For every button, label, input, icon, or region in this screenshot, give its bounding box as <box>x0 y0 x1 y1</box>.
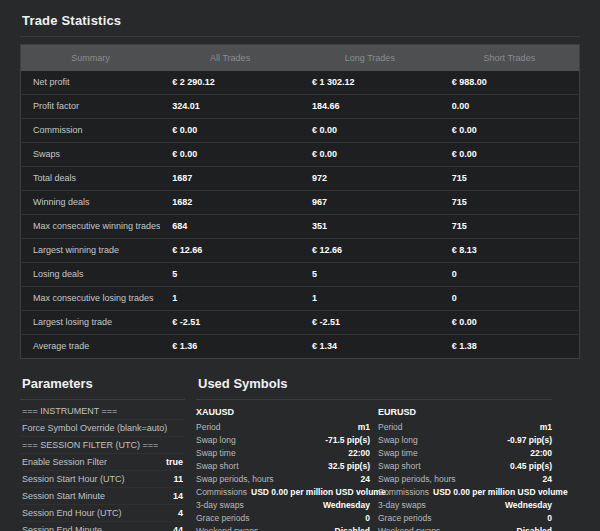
stat-value-short: 715 <box>440 214 580 238</box>
title-divider <box>20 36 580 37</box>
stat-value-short: 715 <box>440 190 580 214</box>
symbol-property-label: Grace periods <box>378 514 431 523</box>
symbol-property-row: Grace periods 0 <box>378 512 552 525</box>
parameter-row: Force Symbol Override (blank=auto) <box>20 420 185 437</box>
stat-value-all: 1 <box>160 286 300 310</box>
symbol-property-row: Weekend swaps Disabled <box>378 525 552 531</box>
parameter-row: === SESSION FILTER (UTC) === <box>20 437 185 454</box>
parameter-label: Force Symbol Override (blank=auto) <box>22 424 167 433</box>
stat-value-short: € 1.38 <box>440 334 580 358</box>
stat-value-all: 1682 <box>160 190 300 214</box>
report-page: Trade Statistics Summary All Trades Long… <box>0 0 600 531</box>
table-row: Total deals 1687 972 715 <box>21 166 580 190</box>
symbol-property-value: -71.5 pip(s) <box>325 436 370 445</box>
symbol-property-label: Swap time <box>378 449 418 458</box>
stat-value-long: € 0.00 <box>300 142 440 166</box>
stat-label: Profit factor <box>21 94 161 118</box>
parameter-row: Session Start Hour (UTC) 11 <box>20 471 185 488</box>
table-row: Average trade € 1.36 € 1.34 € 1.38 <box>21 334 580 358</box>
stat-value-short: € 0.00 <box>440 142 580 166</box>
table-row: Profit factor 324.01 184.66 0.00 <box>21 94 580 118</box>
symbol-property-value: 0 <box>547 514 552 523</box>
stat-label: Winning deals <box>21 190 161 214</box>
table-row: Commission € 0.00 € 0.00 € 0.00 <box>21 118 580 142</box>
parameter-value: 14 <box>173 492 183 501</box>
parameter-label: Enable Session Filter <box>22 458 107 467</box>
stat-value-long: 351 <box>300 214 440 238</box>
stat-label: Losing deals <box>21 262 161 286</box>
symbol-property-value: 22:00 <box>348 449 370 458</box>
stat-value-all: € 2 290.12 <box>160 71 300 95</box>
stat-value-short: € 8.13 <box>440 238 580 262</box>
stat-label: Swaps <box>21 142 161 166</box>
symbol-property-row: Swap periods, hours 24 <box>196 473 370 486</box>
symbol-property-label: Period <box>196 423 221 432</box>
trade-statistics-table: Summary All Trades Long Trades Short Tra… <box>20 44 580 359</box>
symbol-property-label: Weekend swaps <box>196 527 258 531</box>
symbol-property-label: 3-day swaps <box>196 501 244 510</box>
symbol-property-label: 3-day swaps <box>378 501 426 510</box>
symbol-property-value: Disabled <box>517 527 552 531</box>
parameter-row: Session Start Minute 14 <box>20 488 185 505</box>
symbol-property-label: Swap long <box>196 436 236 445</box>
parameter-row: Session End Hour (UTC) 4 <box>20 505 185 522</box>
stat-value-all: 684 <box>160 214 300 238</box>
symbol-property-row: Period m1 <box>196 421 370 434</box>
table-row: Largest losing trade € -2.51 € -2.51 € 0… <box>21 310 580 334</box>
parameters-panel: Parameters === INSTRUMENT === Force Symb… <box>20 376 185 531</box>
stat-value-long: € 1 302.12 <box>300 71 440 95</box>
stat-value-long: 1 <box>300 286 440 310</box>
symbol-property-value: 22:00 <box>530 449 552 458</box>
stat-value-all: € 0.00 <box>160 118 300 142</box>
symbol-property-label: Swap periods, hours <box>378 475 456 484</box>
parameter-value: 4 <box>178 509 183 518</box>
parameter-row: Enable Session Filter true <box>20 454 185 471</box>
symbol-property-row: Grace periods 0 <box>196 512 370 525</box>
stat-value-long: € -2.51 <box>300 310 440 334</box>
stat-value-short: € 0.00 <box>440 310 580 334</box>
symbol-tables: XAUUSD Period m1 Swap long -71.5 pip(s) … <box>196 404 552 531</box>
symbol-property-label: Weekend swaps <box>378 527 440 531</box>
table-row: Losing deals 5 5 0 <box>21 262 580 286</box>
symbol-property-label: Period <box>378 423 403 432</box>
stat-value-short: 0 <box>440 286 580 310</box>
symbol-property-label: Swap short <box>378 462 421 471</box>
stat-value-long: 184.66 <box>300 94 440 118</box>
symbol-property-row: Swap short 0.45 pip(s) <box>378 460 552 473</box>
symbol-property-value: 0.45 pip(s) <box>510 462 552 471</box>
parameter-value: true <box>166 458 183 467</box>
stat-value-short: 0.00 <box>440 94 580 118</box>
table-row: Swaps € 0.00 € 0.00 € 0.00 <box>21 142 580 166</box>
parameter-value: 44 <box>173 526 183 531</box>
stat-label: Net profit <box>21 71 161 95</box>
stat-label: Total deals <box>21 166 161 190</box>
stat-label: Largest losing trade <box>21 310 161 334</box>
table-row: Net profit € 2 290.12 € 1 302.12 € 988.0… <box>21 71 580 95</box>
page-title: Trade Statistics <box>20 11 580 36</box>
table-row: Largest winning trade € 12.66 € 12.66 € … <box>21 238 580 262</box>
bottom-section: Parameters === INSTRUMENT === Force Symb… <box>20 376 580 531</box>
used-symbols-title: Used Symbols <box>196 376 552 400</box>
symbol-property-label: Swap time <box>196 449 236 458</box>
symbol-property-value: Disabled <box>335 527 370 531</box>
symbol-property-row: Swap long -71.5 pip(s) <box>196 434 370 447</box>
symbol-property-row: Swap short 32.5 pip(s) <box>196 460 370 473</box>
column-header-short-trades: Short Trades <box>440 45 580 71</box>
column-header-summary: Summary <box>21 45 161 71</box>
symbol-property-label: Swap periods, hours <box>196 475 274 484</box>
stat-value-short: 715 <box>440 166 580 190</box>
stat-value-all: 1687 <box>160 166 300 190</box>
symbol-property-row: Commissions USD 0.00 per million USD vol… <box>378 486 552 499</box>
symbol-property-value: 24 <box>543 475 552 484</box>
stat-value-short: € 988.00 <box>440 71 580 95</box>
stat-value-long: 972 <box>300 166 440 190</box>
stat-value-all: € 1.36 <box>160 334 300 358</box>
symbol-property-label: Swap short <box>196 462 239 471</box>
symbol-property-value: m1 <box>358 423 370 432</box>
symbol-property-value: 0 <box>365 514 370 523</box>
stat-value-long: € 0.00 <box>300 118 440 142</box>
symbol-property-value: Wednesday <box>505 501 552 510</box>
symbol-property-value: 24 <box>361 475 370 484</box>
symbol-property-row: Period m1 <box>378 421 552 434</box>
stat-value-long: 967 <box>300 190 440 214</box>
